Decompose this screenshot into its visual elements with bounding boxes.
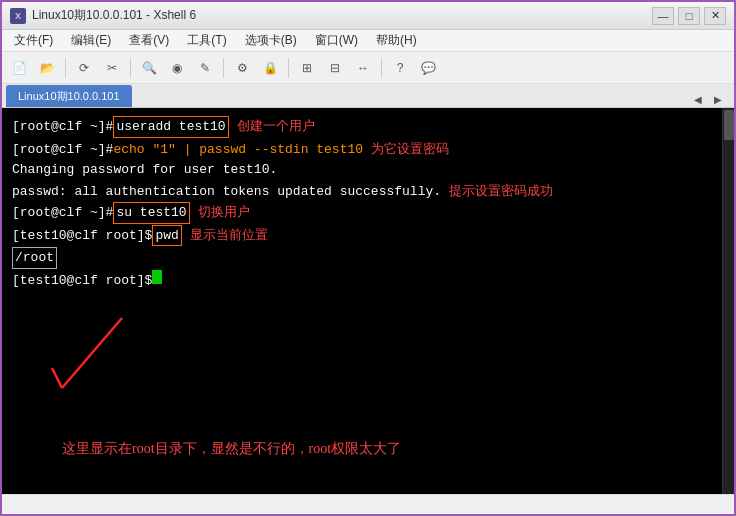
toolbar-btn14[interactable]: 💬: [415, 56, 441, 80]
menu-bar: 文件(F) 编辑(E) 查看(V) 工具(T) 选项卡(B) 窗口(W) 帮助(…: [2, 30, 734, 52]
pw-success: passwd: all authentication tokens update…: [12, 182, 441, 202]
toolbar-btn3[interactable]: ⟳: [71, 56, 97, 80]
menu-help[interactable]: 帮助(H): [368, 30, 425, 51]
tab-prev[interactable]: ◀: [690, 92, 706, 107]
toolbar: 📄 📂 ⟳ ✂ 🔍 ◉ ✎ ⚙ 🔒 ⊞ ⊟ ↔ ? 💬: [2, 52, 734, 84]
prompt-1: [root@clf ~]#: [12, 117, 113, 137]
cmd-useradd: useradd test10: [113, 116, 228, 138]
terminal-line-1: [root@clf ~]# useradd test10 创建一个用户: [12, 116, 712, 138]
toolbar-btn8[interactable]: ⚙: [229, 56, 255, 80]
toolbar-btn5[interactable]: 🔍: [136, 56, 162, 80]
terminal-container[interactable]: [root@clf ~]# useradd test10 创建一个用户 [roo…: [2, 108, 734, 494]
prompt-final: [test10@clf root]$: [12, 271, 152, 291]
changing-pw: Changing password for user test10.: [12, 160, 277, 180]
annotation-2: 为它设置密码: [371, 139, 449, 159]
minimize-button[interactable]: —: [652, 7, 674, 25]
root-dir: /root: [12, 247, 57, 269]
maximize-button[interactable]: □: [678, 7, 700, 25]
terminal-scrollbar[interactable]: [722, 108, 734, 494]
cmd-passwd: echo "1" | passwd --stdin test10: [113, 140, 363, 160]
cmd-su: su test10: [113, 202, 189, 224]
terminal-line-7: /root: [12, 247, 712, 269]
toolbar-btn12[interactable]: ↔: [350, 56, 376, 80]
annotation-pwd: 显示当前位置: [190, 225, 268, 245]
toolbar-new[interactable]: 📄: [6, 56, 32, 80]
arrow-annotation: [32, 308, 152, 408]
prompt-3: [root@clf ~]#: [12, 203, 113, 223]
tab-label: Linux10期10.0.0.101: [18, 89, 120, 104]
close-button[interactable]: ✕: [704, 7, 726, 25]
menu-tab[interactable]: 选项卡(B): [237, 30, 305, 51]
terminal-line-4: passwd: all authentication tokens update…: [12, 181, 712, 202]
status-bar: [2, 494, 734, 514]
toolbar-btn4[interactable]: ✂: [99, 56, 125, 80]
menu-tools[interactable]: 工具(T): [179, 30, 234, 51]
tab-arrow-area: ◀ ▶: [690, 92, 730, 107]
window-title: Linux10期10.0.0.101 - Xshell 6: [32, 7, 196, 24]
main-window: X Linux10期10.0.0.101 - Xshell 6 — □ ✕ 文件…: [0, 0, 736, 516]
tab-bar: Linux10期10.0.0.101 ◀ ▶: [2, 84, 734, 108]
prompt-user: [test10@clf root]$: [12, 226, 152, 246]
title-bar: X Linux10期10.0.0.101 - Xshell 6 — □ ✕: [2, 2, 734, 30]
toolbar-sep2: [130, 58, 131, 78]
annotation-1: 创建一个用户: [237, 116, 315, 136]
toolbar-sep1: [65, 58, 66, 78]
window-controls: — □ ✕: [652, 7, 726, 25]
tab-next[interactable]: ▶: [710, 92, 726, 107]
prompt-2: [root@clf ~]#: [12, 140, 113, 160]
scrollbar-thumb[interactable]: [724, 110, 734, 140]
terminal-line-5: [root@clf ~]# su test10 切换用户: [12, 202, 712, 224]
toolbar-sep4: [288, 58, 289, 78]
terminal-content[interactable]: [root@clf ~]# useradd test10 创建一个用户 [roo…: [2, 108, 722, 494]
terminal-line-8: [test10@clf root]$: [12, 270, 712, 291]
toolbar-btn13[interactable]: ?: [387, 56, 413, 80]
terminal-line-6: [test10@clf root]$ pwd 显示当前位置: [12, 225, 712, 247]
menu-window[interactable]: 窗口(W): [307, 30, 366, 51]
toolbar-sep3: [223, 58, 224, 78]
annotation-su: 切换用户: [198, 202, 250, 222]
cmd-pwd: pwd: [152, 225, 181, 247]
app-icon: X: [10, 8, 26, 24]
title-bar-left: X Linux10期10.0.0.101 - Xshell 6: [10, 7, 196, 24]
terminal-line-3: Changing password for user test10.: [12, 160, 712, 180]
toolbar-btn7[interactable]: ✎: [192, 56, 218, 80]
toolbar-btn11[interactable]: ⊟: [322, 56, 348, 80]
session-tab[interactable]: Linux10期10.0.0.101: [6, 85, 132, 107]
menu-edit[interactable]: 编辑(E): [63, 30, 119, 51]
menu-view[interactable]: 查看(V): [121, 30, 177, 51]
svg-line-1: [52, 368, 62, 388]
svg-line-0: [62, 318, 122, 388]
toolbar-btn10[interactable]: ⊞: [294, 56, 320, 80]
terminal-line-2: [root@clf ~]# echo "1" | passwd --stdin …: [12, 139, 712, 160]
cursor: [152, 270, 162, 284]
toolbar-sep5: [381, 58, 382, 78]
menu-file[interactable]: 文件(F): [6, 30, 61, 51]
toolbar-btn9[interactable]: 🔒: [257, 56, 283, 80]
toolbar-btn6[interactable]: ◉: [164, 56, 190, 80]
toolbar-open[interactable]: 📂: [34, 56, 60, 80]
bottom-annotation: 这里显示在root目录下，显然是不行的，root权限太大了: [62, 438, 401, 459]
annotation-success: 提示设置密码成功: [449, 181, 553, 201]
